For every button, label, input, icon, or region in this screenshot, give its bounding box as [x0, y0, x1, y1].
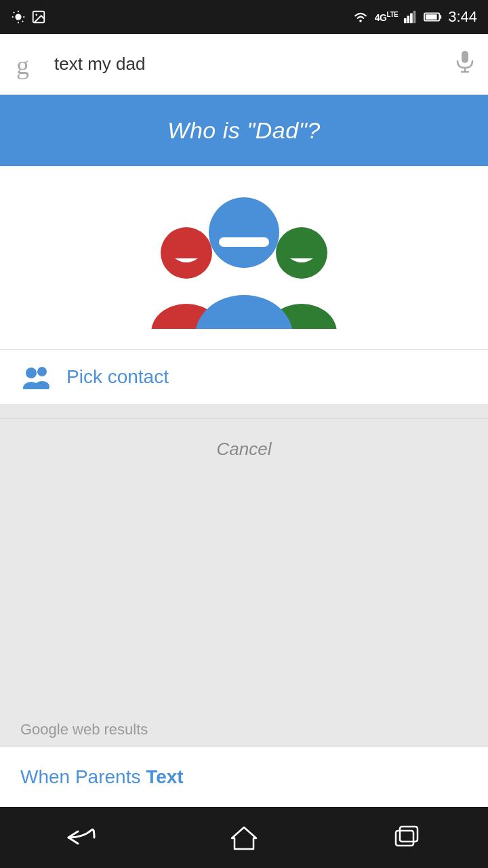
svg-text:g: g	[16, 51, 29, 79]
google-logo: g	[14, 50, 43, 79]
svg-point-28	[26, 368, 37, 378]
search-query[interactable]: text my dad	[54, 54, 445, 75]
battery-icon	[424, 12, 443, 22]
signal-icon	[403, 9, 418, 24]
brightness-icon	[11, 9, 26, 24]
svg-point-31	[35, 381, 49, 389]
pick-contact-row[interactable]: Pick contact	[0, 349, 488, 404]
status-time: 3:44	[448, 8, 477, 26]
svg-point-9	[359, 20, 361, 22]
web-result-card[interactable]: When Parents Text	[0, 747, 488, 807]
cancel-label: Cancel	[217, 439, 272, 460]
back-button[interactable]	[54, 821, 108, 854]
web-result-text-normal: When Parents	[20, 766, 146, 787]
svg-point-8	[35, 14, 37, 16]
who-is-dad-header: Who is "Dad"?	[0, 95, 488, 166]
nav-bar	[0, 807, 488, 868]
pick-contact-label: Pick contact	[66, 366, 169, 388]
home-button[interactable]	[217, 821, 271, 854]
web-result-link[interactable]: When Parents Text	[20, 766, 468, 788]
status-bar: 4GLTE 3:44	[0, 0, 488, 34]
who-title: Who is "Dad"?	[167, 117, 320, 144]
svg-rect-18	[462, 51, 468, 63]
image-icon	[31, 9, 46, 24]
svg-rect-12	[410, 14, 413, 24]
wifi-icon	[352, 9, 369, 24]
svg-rect-27	[219, 237, 269, 247]
pick-contact-icon	[20, 365, 53, 389]
svg-point-25	[209, 197, 279, 268]
web-results-label: Google web results	[0, 710, 488, 747]
svg-rect-10	[404, 18, 407, 23]
svg-point-26	[195, 295, 293, 329]
people-group-icon	[142, 193, 346, 329]
web-result-text-bold: Text	[146, 766, 184, 787]
svg-point-30	[37, 367, 47, 376]
web-results-section: Google web results When Parents Text	[0, 710, 488, 807]
status-left-icons	[11, 9, 46, 24]
divider	[0, 418, 488, 418]
search-bar: g text my dad	[0, 34, 488, 95]
cancel-button[interactable]: Cancel	[0, 432, 488, 467]
mic-icon[interactable]	[455, 50, 474, 78]
person-blue-icon	[193, 193, 295, 329]
svg-line-3	[14, 12, 14, 13]
svg-rect-16	[440, 15, 442, 19]
contacts-illustration	[0, 166, 488, 349]
status-right-icons: 4GLTE 3:44	[352, 8, 477, 26]
recents-button[interactable]	[380, 821, 434, 854]
svg-rect-11	[407, 16, 410, 23]
svg-point-0	[15, 14, 21, 20]
svg-rect-15	[426, 14, 437, 19]
spacer	[0, 467, 488, 710]
svg-rect-32	[396, 831, 413, 846]
svg-line-4	[22, 21, 23, 22]
4g-icon: 4GLTE	[375, 11, 398, 23]
svg-rect-33	[400, 827, 418, 842]
svg-rect-13	[413, 11, 416, 23]
